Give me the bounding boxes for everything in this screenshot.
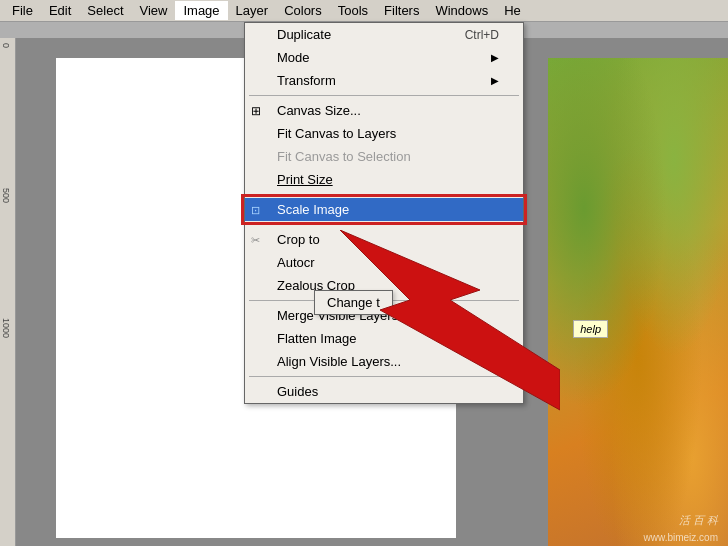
mode-arrow-icon: ▶	[491, 52, 499, 63]
separator-3	[249, 224, 519, 225]
ruler-v-mark-1000: 1000	[1, 318, 11, 338]
menu-item-duplicate-label: Duplicate	[277, 27, 331, 42]
food-image	[548, 58, 728, 546]
ruler-vertical: 0 500 1000	[0, 38, 16, 546]
menubar-item-image[interactable]: Image	[175, 1, 227, 20]
menu-item-crop-to[interactable]: ✂ Crop to	[245, 228, 523, 251]
menubar-item-help[interactable]: He	[496, 1, 529, 20]
menu-item-crop-to-label: Crop to	[277, 232, 320, 247]
menubar-item-view[interactable]: View	[132, 1, 176, 20]
menu-item-autocrop[interactable]: Autocr	[245, 251, 523, 274]
menu-item-fit-canvas-selection-label: Fit Canvas to Selection	[277, 149, 411, 164]
menubar-item-filters[interactable]: Filters	[376, 1, 427, 20]
menu-item-transform[interactable]: Transform ▶	[245, 69, 523, 92]
menubar-item-edit[interactable]: Edit	[41, 1, 79, 20]
menu-item-mode-label: Mode	[277, 50, 310, 65]
menubar-item-windows[interactable]: Windows	[427, 1, 496, 20]
menu-item-duplicate-shortcut: Ctrl+D	[465, 28, 499, 42]
ruler-v-mark-500: 500	[1, 188, 11, 203]
menu-item-align-visible[interactable]: Align Visible Layers...	[245, 350, 523, 373]
menu-item-canvas-size[interactable]: ⊞ Canvas Size...	[245, 99, 523, 122]
menu-item-flatten-label: Flatten Image	[277, 331, 357, 346]
change-tooltip-label: Change t	[327, 295, 380, 310]
menu-item-align-visible-label: Align Visible Layers...	[277, 354, 401, 369]
separator-5	[249, 376, 519, 377]
menu-item-canvas-size-label: Canvas Size...	[277, 103, 361, 118]
menu-item-mode[interactable]: Mode ▶	[245, 46, 523, 69]
separator-2	[249, 194, 519, 195]
watermark-chinese: 活 百 科	[679, 513, 718, 528]
menubar-item-select[interactable]: Select	[79, 1, 131, 20]
menu-item-flatten[interactable]: Flatten Image	[245, 327, 523, 350]
scale-image-icon: ⊡	[251, 203, 260, 216]
menu-item-transform-label: Transform	[277, 73, 336, 88]
menu-item-fit-canvas-layers-label: Fit Canvas to Layers	[277, 126, 396, 141]
menubar-item-file[interactable]: File	[4, 1, 41, 20]
canvas-size-icon: ⊞	[251, 104, 261, 118]
menu-item-fit-canvas-selection[interactable]: Fit Canvas to Selection	[245, 145, 523, 168]
menu-item-print-size-label: Print Size	[277, 172, 333, 187]
change-tooltip: Change t	[314, 290, 393, 315]
menubar-item-colors[interactable]: Colors	[276, 1, 330, 20]
image-preview: 活 百 科 www.bimeiz.com	[548, 58, 728, 546]
watermark-url: www.bimeiz.com	[644, 532, 718, 543]
menu-item-duplicate[interactable]: Duplicate Ctrl+D	[245, 23, 523, 46]
menu-item-guides[interactable]: Guides	[245, 380, 523, 403]
menu-item-print-size[interactable]: Print Size	[245, 168, 523, 191]
menubar-item-layer[interactable]: Layer	[228, 1, 277, 20]
transform-arrow-icon: ▶	[491, 75, 499, 86]
ruler-v-mark-0: 0	[1, 43, 11, 48]
help-tooltip: help	[573, 320, 608, 338]
separator-1	[249, 95, 519, 96]
menu-item-guides-label: Guides	[277, 384, 318, 399]
menubar: File Edit Select View Image Layer Colors…	[0, 0, 728, 22]
menu-item-scale-image-label: Scale Image	[277, 202, 349, 217]
menubar-item-tools[interactable]: Tools	[330, 1, 376, 20]
menu-item-scale-image[interactable]: ⊡ Scale Image	[245, 198, 523, 221]
crop-icon: ✂	[251, 233, 260, 246]
image-dropdown-menu: Duplicate Ctrl+D Mode ▶ Transform ▶ ⊞ Ca…	[244, 22, 524, 404]
help-tooltip-label: help	[580, 323, 601, 335]
menu-item-autocrop-label: Autocr	[277, 255, 315, 270]
menu-item-fit-canvas-layers[interactable]: Fit Canvas to Layers	[245, 122, 523, 145]
